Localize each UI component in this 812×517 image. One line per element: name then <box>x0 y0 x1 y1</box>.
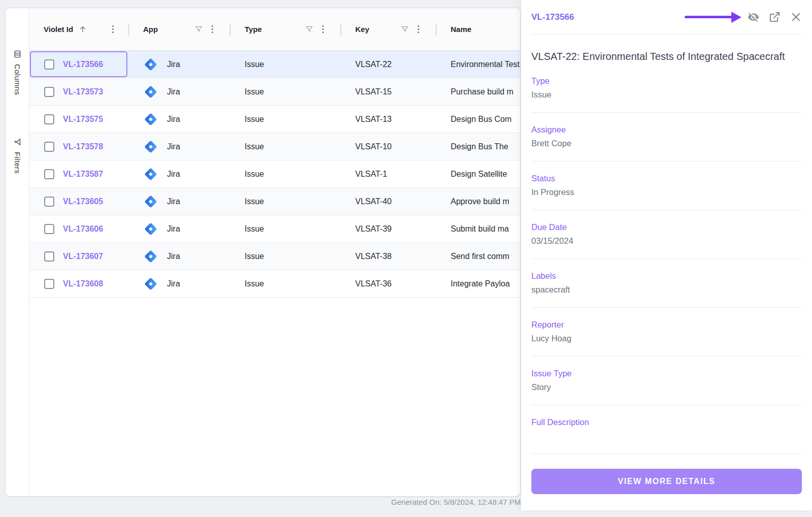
key-cell: VLSAT-22 <box>340 51 435 78</box>
row-checkbox[interactable] <box>44 169 54 179</box>
filter-icon <box>13 138 22 146</box>
issue-table-card: Columns Filters Violet Id App <box>5 8 521 497</box>
name-cell: Design Bus Com <box>435 106 520 133</box>
jira-icon <box>143 112 158 127</box>
key-cell: VLSAT-15 <box>340 78 435 105</box>
column-menu-icon[interactable] <box>111 24 115 34</box>
violet-id-link[interactable]: VL-173608 <box>63 279 103 288</box>
filters-panel-toggle[interactable]: Filters <box>13 138 22 174</box>
key-cell: VLSAT-10 <box>340 133 435 160</box>
key-cell: VLSAT-38 <box>340 243 435 270</box>
violet-id-link[interactable]: VL-173605 <box>63 197 103 206</box>
row-checkbox[interactable] <box>44 142 54 152</box>
column-header-violet-id[interactable]: Violet Id <box>29 8 128 50</box>
field-label: Labels <box>531 271 802 281</box>
column-menu-icon[interactable] <box>211 24 214 34</box>
column-header-key[interactable]: Key <box>340 8 435 50</box>
detail-field: Issue Type Story <box>531 357 802 405</box>
hide-preview-icon[interactable] <box>748 11 759 23</box>
type-cell: Issue <box>229 160 340 187</box>
table-row[interactable]: VL-173578 Jira Issue VLSAT-10 Design Bus… <box>29 133 520 160</box>
columns-panel-toggle[interactable]: Columns <box>13 50 22 95</box>
column-menu-icon[interactable] <box>321 24 325 34</box>
type-cell: Issue <box>229 133 340 160</box>
app-name: Jira <box>167 279 180 288</box>
type-cell: Issue <box>229 51 340 78</box>
column-header-type[interactable]: Type <box>229 8 340 50</box>
row-checkbox[interactable] <box>44 59 54 70</box>
columns-icon <box>13 50 22 58</box>
jira-icon <box>143 57 158 72</box>
violet-id-link[interactable]: VL-173606 <box>63 224 103 234</box>
record-title: VLSAT-22: Environmental Tests of Integra… <box>531 49 802 64</box>
app-name: Jira <box>167 197 180 206</box>
record-id: VL-173566 <box>531 12 574 22</box>
column-menu-icon[interactable] <box>417 24 420 34</box>
issue-table: Violet Id App Type <box>29 8 520 496</box>
name-cell: Design Satellite <box>435 160 520 187</box>
field-value: Brett Cope <box>531 139 802 149</box>
field-value <box>531 431 802 441</box>
jira-icon <box>143 139 158 154</box>
name-cell: Approve build m <box>435 188 520 215</box>
jira-icon <box>143 249 158 264</box>
field-value: spacecraft <box>531 285 802 295</box>
type-cell: Issue <box>229 106 340 133</box>
type-cell: Issue <box>229 78 340 105</box>
table-row[interactable]: VL-173605 Jira Issue VLSAT-40 Approve bu… <box>29 188 520 215</box>
field-label: Reporter <box>531 320 802 330</box>
detail-field: Reporter Lucy Hoag <box>531 308 802 357</box>
violet-id-link[interactable]: VL-173607 <box>63 252 103 261</box>
field-label: Assignee <box>531 125 802 135</box>
key-cell: VLSAT-13 <box>340 106 435 133</box>
issue-table-body: VL-173566 Jira Issue VLSAT-22 Environmen… <box>29 51 520 496</box>
field-label: Full Description <box>531 417 802 427</box>
column-header-name[interactable]: Name <box>435 8 520 50</box>
record-detail-panel: VL-173566 VLSAT-22: Environmental Tests … <box>521 0 812 510</box>
sort-ascending-icon[interactable] <box>78 25 87 34</box>
column-filter-icon[interactable] <box>194 25 203 34</box>
type-cell: Issue <box>229 215 340 242</box>
table-row[interactable]: VL-173575 Jira Issue VLSAT-13 Design Bus… <box>29 106 520 133</box>
close-icon[interactable] <box>790 11 802 23</box>
column-header-app[interactable]: App <box>128 8 229 50</box>
detail-panel-header: VL-173566 <box>531 0 802 35</box>
open-external-icon[interactable] <box>769 11 781 23</box>
table-row[interactable]: VL-173607 Jira Issue VLSAT-38 Send first… <box>29 243 520 270</box>
row-checkbox[interactable] <box>44 87 54 97</box>
row-checkbox[interactable] <box>44 251 54 262</box>
detail-field: Status In Progress <box>531 161 802 210</box>
annotation-arrow <box>685 12 741 23</box>
jira-icon <box>143 167 158 182</box>
row-checkbox[interactable] <box>44 279 54 289</box>
row-checkbox[interactable] <box>44 197 54 207</box>
generated-on-timestamp: Generated On: 5/8/2024, 12:48:47 PM <box>391 498 521 506</box>
key-cell: VLSAT-36 <box>340 270 435 297</box>
column-label: App <box>143 25 158 34</box>
table-row[interactable]: VL-173606 Jira Issue VLSAT-39 Submit bui… <box>29 215 520 243</box>
violet-id-link[interactable]: VL-173578 <box>63 142 103 151</box>
app-name: Jira <box>167 142 180 151</box>
view-more-details-button[interactable]: VIEW MORE DETAILS <box>531 469 802 494</box>
table-row[interactable]: VL-173587 Jira Issue VLSAT-1 Design Sate… <box>29 160 520 188</box>
column-filter-icon[interactable] <box>400 25 409 34</box>
violet-id-link[interactable]: VL-173573 <box>63 87 103 96</box>
detail-field: Due Date 03/15/2024 <box>531 210 802 259</box>
key-cell: VLSAT-40 <box>340 188 435 215</box>
app-name: Jira <box>167 87 180 96</box>
key-cell: VLSAT-39 <box>340 215 435 242</box>
app-name: Jira <box>167 224 180 234</box>
table-row[interactable]: VL-173566 Jira Issue VLSAT-22 Environmen… <box>29 51 520 78</box>
app-name: Jira <box>167 60 180 69</box>
row-checkbox[interactable] <box>44 224 54 234</box>
column-label: Name <box>451 25 471 34</box>
violet-id-link[interactable]: VL-173566 <box>63 60 103 69</box>
table-row[interactable]: VL-173573 Jira Issue VLSAT-15 Purchase b… <box>29 78 520 106</box>
row-checkbox[interactable] <box>44 114 54 124</box>
column-filter-icon[interactable] <box>305 25 314 34</box>
violet-id-link[interactable]: VL-173575 <box>63 115 103 124</box>
type-cell: Issue <box>229 270 340 297</box>
key-cell: VLSAT-1 <box>340 160 435 187</box>
table-row[interactable]: VL-173608 Jira Issue VLSAT-36 Integrate … <box>29 270 520 298</box>
violet-id-link[interactable]: VL-173587 <box>63 170 103 179</box>
